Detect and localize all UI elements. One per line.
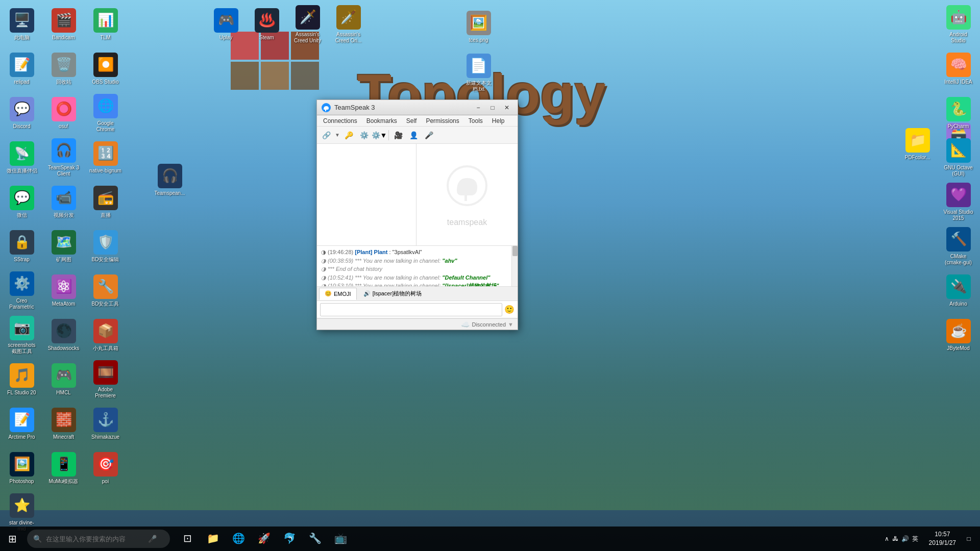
icon-vod[interactable]: 📹 视频分发: [44, 180, 83, 223]
icon-shimakazue[interactable]: ⚓ Shimakazue: [86, 402, 125, 445]
mid-icons: 🖼️ tces.png 📄 新建文本文档.txt: [459, 5, 498, 94]
ts-person-btn[interactable]: 👤: [406, 129, 421, 142]
desktop-icons-left: 🖥️ 此电脑 🎬 Bandicam 📊 TLM 📝 relipad 🗑️ 回收站…: [3, 3, 127, 534]
taskbar-date: 2019/1/27: [929, 539, 956, 547]
right-icons-col: 🤖 Android Studio 🧠 IntelliJ IDEA 🐍 PyCha…: [939, 3, 977, 357]
icon-tces-png[interactable]: 🖼️ tces.png: [459, 5, 498, 48]
taskbar-dolphin[interactable]: 🐬: [277, 527, 302, 551]
icon-new-text[interactable]: 📄 新建文本文档.txt: [459, 51, 498, 94]
icon-intellij[interactable]: 🧠 IntelliJ IDEA: [939, 47, 977, 90]
ts-message-input[interactable]: [320, 303, 502, 316]
taskbar-search-box[interactable]: 🔍 🎤: [27, 530, 170, 548]
icon-recycle[interactable]: 🗑️ 回收站: [44, 47, 83, 90]
ts-mic-btn[interactable]: 🎤: [422, 129, 436, 142]
icon-screenshots[interactable]: 📷 screenshots 截图工具: [3, 313, 41, 357]
ts-menu-bookmarks[interactable]: Bookmarks: [362, 116, 401, 126]
icon-native-bignum[interactable]: 🔢 native-bignum: [86, 136, 125, 179]
chat-msg-2: ◑ (00:38:59) *** You are now talking in …: [321, 257, 513, 265]
icon-minecraft[interactable]: 🧱 Minecraft: [44, 402, 83, 445]
icon-osu[interactable]: ⭕ osu!: [44, 91, 83, 135]
icon-ac-unity[interactable]: 🗡️ Assassin's Creed Unity: [288, 3, 327, 46]
icon-discord[interactable]: 💬 Discord: [3, 91, 41, 135]
icon-poi[interactable]: 🎯 poi: [86, 446, 125, 490]
taskbar-notification-area: ∧ 🖧 🔊 英: [880, 535, 922, 543]
icon-arctime[interactable]: 📝 Arctime Pro: [3, 402, 41, 445]
icon-computer[interactable]: 🖥️ 此电脑: [3, 3, 41, 46]
ts-chat-scrollbar[interactable]: [511, 246, 518, 286]
icon-xiaowan[interactable]: 📦 小丸工具箱: [86, 313, 125, 357]
ts-logo-svg: [442, 163, 493, 214]
icon-bandicam[interactable]: 🎬 Bandicam: [44, 3, 83, 46]
ts-minimize-btn[interactable]: −: [472, 103, 485, 113]
chat-msg-4: ◑ (10:52:41) *** You are now talking in …: [321, 273, 513, 282]
ts-channel-list[interactable]: [317, 144, 416, 245]
icon-teamspeak-client[interactable]: 🎧 TeamSpeak 3 Client: [44, 136, 83, 179]
ts-dropdown-arrow[interactable]: ▼: [334, 132, 340, 138]
icon-jbytemod[interactable]: ☕ JByteMod: [939, 313, 977, 357]
taskbar-task-view[interactable]: ⊡: [175, 527, 200, 551]
taskbar-launcher[interactable]: 🚀: [252, 527, 276, 551]
icon-relipad[interactable]: 📝 relipad: [3, 47, 41, 90]
icon-teamspeak-desktop[interactable]: 🎧 Teamspean...: [151, 158, 189, 202]
icon-mapnetwork[interactable]: 🗺️ 矿网图: [44, 224, 83, 268]
taskbar-show-desktop[interactable]: □: [963, 533, 975, 545]
icon-hmcl[interactable]: 🎮 HMCL: [44, 358, 83, 401]
ts-tab-channel[interactable]: 🔊 [lspacer]植物的树场: [358, 288, 428, 300]
ts-maximize-btn[interactable]: □: [486, 103, 499, 113]
icon-gnu-octave[interactable]: 📐 GNU Octave (GUI): [939, 136, 977, 179]
taskbar-tool5[interactable]: 🔧: [303, 527, 327, 551]
ts-menu-connections[interactable]: Connections: [319, 116, 361, 126]
icon-mumu[interactable]: 📱 MuMu模拟器: [44, 446, 83, 490]
icon-wechat[interactable]: 💬 微信: [3, 180, 41, 223]
icon-photoshop[interactable]: 🖼️ Photoshop: [3, 446, 41, 490]
taskbar-tool6[interactable]: 📺: [328, 527, 353, 551]
taskbar-file-explorer[interactable]: 📁: [201, 527, 225, 551]
taskbar-chevron-up[interactable]: ∧: [885, 535, 889, 542]
icon-android-studio[interactable]: 🤖 Android Studio: [939, 3, 977, 46]
icon-arduino[interactable]: 🔌 Arduino: [939, 269, 977, 312]
icon-bd-editor[interactable]: 🛡️ BD安全编辑: [86, 224, 125, 268]
taskbar-time: 10:57: [929, 530, 956, 539]
ts-menu-permissions[interactable]: Permissions: [422, 116, 463, 126]
icon-tlm[interactable]: 📊 TLM: [86, 3, 125, 46]
icon-obs[interactable]: ⏺️ OBS Studio: [86, 47, 125, 90]
icon-pdfcolor[interactable]: 📁 PDFcolor...: [898, 122, 937, 166]
ts-close-btn[interactable]: ✕: [500, 103, 513, 113]
icon-cmake[interactable]: 🔨 CMake (cmake-gui): [939, 224, 977, 268]
taskbar-volume-icon[interactable]: 🔊: [901, 535, 909, 542]
ts-chat-area[interactable]: ◑ (19:46:28) [Plant] Plant : "3psatlkvAl…: [317, 246, 518, 287]
ts-camera-btn[interactable]: 🎥: [391, 129, 405, 142]
ts-menu-self[interactable]: Self: [402, 116, 421, 126]
icon-bd-tools[interactable]: 🔧 BD安全工具: [86, 269, 125, 312]
ts-tool-dropdown[interactable]: ⚙️▼: [372, 129, 386, 142]
icon-shadowsocks[interactable]: 🌑 Shadowsocks: [44, 313, 83, 357]
icon-creo[interactable]: ⚙️ Creo Parametric: [3, 269, 41, 312]
icon-chrome[interactable]: 🌐 Google Chrome: [86, 91, 125, 135]
icon-fl-studio[interactable]: 🎵 FL Studio 20: [3, 358, 41, 401]
ts-tab-emoji[interactable]: 😊 EMOJI: [319, 288, 357, 300]
taskbar-chrome[interactable]: 🌐: [226, 527, 251, 551]
icon-metaatom[interactable]: ⚛️ MetaAtom: [44, 269, 83, 312]
ts-logo-text: teamspeak: [447, 218, 487, 227]
ts-status-arrow[interactable]: ▼: [508, 321, 513, 328]
taskbar-search-input[interactable]: [46, 535, 148, 543]
icon-adobe-premiere[interactable]: 🎞️ Adobe Premiere: [86, 358, 125, 401]
taskbar-language[interactable]: 英: [912, 535, 918, 543]
ts-titlebar[interactable]: TeamSpeak 3 − □ ✕: [317, 100, 518, 115]
ts-menu-help[interactable]: Help: [488, 116, 509, 126]
icon-steam[interactable]: ♨️ Steam: [248, 3, 286, 46]
taskbar-clock[interactable]: 10:57 2019/1/27: [925, 530, 960, 547]
icon-pycharm[interactable]: 🐍 PyCharm: [939, 91, 977, 135]
icon-obs-live[interactable]: 📻 直播: [86, 180, 125, 223]
icon-sstrap[interactable]: 🔒 SStrap: [3, 224, 41, 268]
taskbar-start-button[interactable]: ⊞: [0, 527, 24, 551]
icon-uplay[interactable]: 🎮 Uplay: [207, 3, 245, 46]
ts-tool-1[interactable]: 🔑: [341, 129, 356, 142]
ts-emoji-button[interactable]: 🙂: [504, 305, 514, 314]
ts-connect-btn[interactable]: 🔗: [319, 129, 333, 142]
icon-ac-origins[interactable]: 🗡️ Assassin's Creed Ori...: [329, 3, 368, 46]
icon-visual-studio[interactable]: 💜 Visual Studio 2015: [939, 180, 977, 223]
ts-menu-tools[interactable]: Tools: [464, 116, 487, 126]
icon-wechat-live[interactable]: 📡 微信直播伴侣: [3, 136, 41, 179]
ts-tool-2[interactable]: ⚙️: [357, 129, 371, 142]
